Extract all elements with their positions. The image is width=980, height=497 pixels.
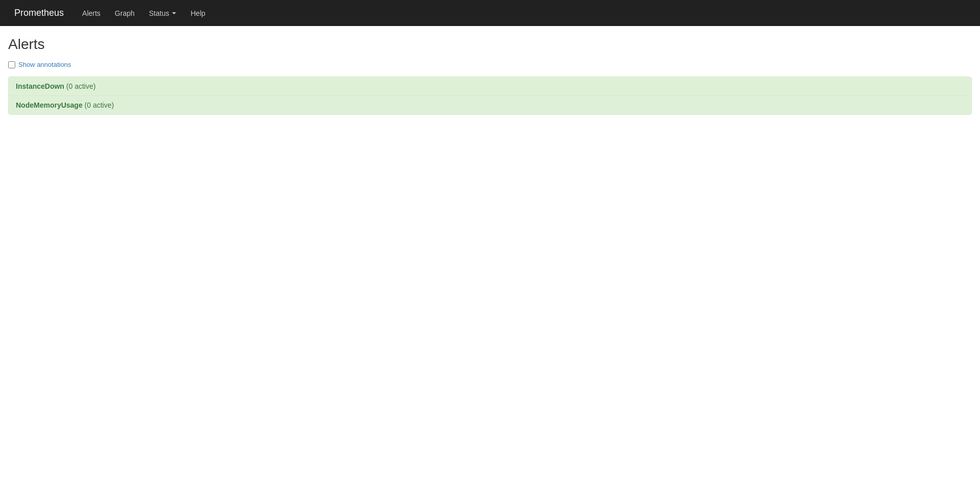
chevron-down-icon bbox=[172, 12, 176, 14]
nav-link-help[interactable]: Help bbox=[184, 5, 211, 21]
navbar-brand[interactable]: Prometheus bbox=[8, 8, 70, 18]
alert-name-instance-down: InstanceDown bbox=[16, 82, 64, 90]
annotations-checkbox[interactable] bbox=[8, 61, 15, 68]
alert-item-node-memory[interactable]: NodeMemoryUsage (0 active) bbox=[9, 96, 971, 114]
alerts-list: InstanceDown (0 active) NodeMemoryUsage … bbox=[8, 77, 972, 115]
nav-link-alerts[interactable]: Alerts bbox=[76, 5, 107, 21]
annotations-row: Show annotations bbox=[8, 61, 972, 68]
alert-item-instance-down[interactable]: InstanceDown (0 active) bbox=[9, 77, 971, 96]
alert-count-node-memory: (0 active) bbox=[85, 101, 114, 109]
main-content: Alerts Show annotations InstanceDown (0 … bbox=[0, 26, 980, 125]
nav-dropdown-status-label: Status bbox=[149, 9, 169, 17]
navbar: Prometheus Alerts Graph Status Help bbox=[0, 0, 980, 26]
nav-link-graph[interactable]: Graph bbox=[109, 5, 141, 21]
page-title: Alerts bbox=[8, 36, 972, 53]
nav-dropdown-status[interactable]: Status bbox=[143, 5, 183, 21]
annotations-label[interactable]: Show annotations bbox=[18, 61, 71, 68]
alert-count-instance-down: (0 active) bbox=[66, 82, 96, 90]
alert-name-node-memory: NodeMemoryUsage bbox=[16, 101, 83, 109]
